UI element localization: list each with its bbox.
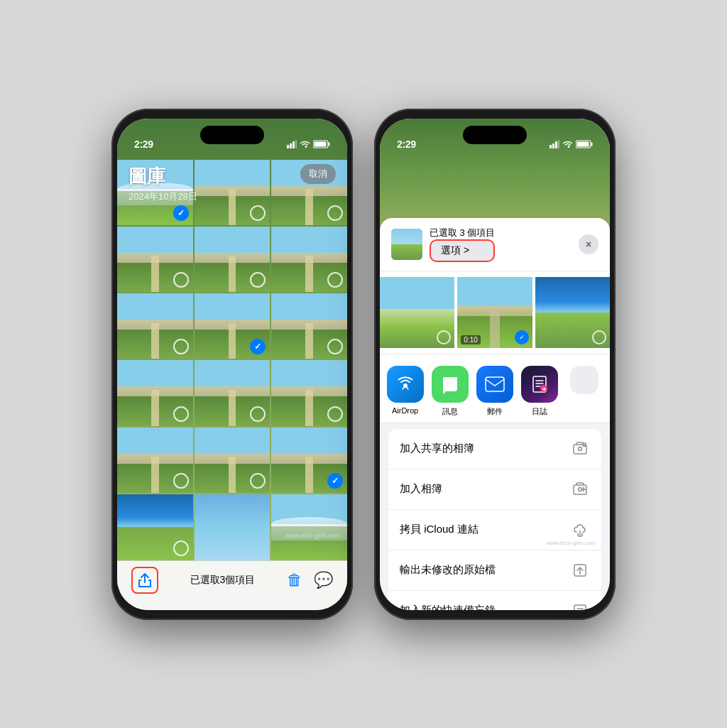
app-item-messages[interactable]: 訊息 [427, 366, 472, 417]
uncheck-badge-7 [173, 339, 189, 354]
share-header: 已選取 3 個項目 選項 > × [380, 218, 610, 271]
strip-duration-2: 0:10 [461, 335, 480, 344]
svg-rect-0 [287, 145, 289, 148]
delete-button[interactable]: 🗑 [287, 571, 302, 590]
strip-photo-2[interactable]: ✓ 0:10 [457, 277, 532, 348]
grid-cell-5[interactable] [195, 227, 270, 292]
notes-icon: ✦ [521, 366, 558, 403]
photos-title: 圖庫 [129, 164, 197, 189]
scene: 2:29 圖庫 2024年10月28日 取消 ✓ [0, 0, 727, 728]
grid-cell-14[interactable] [195, 428, 270, 493]
more-button[interactable]: 💬 [314, 571, 333, 590]
signal-icon [287, 140, 297, 148]
airdrop-wifi-icon [395, 374, 415, 394]
share-list: 加入共享的相簿 [388, 429, 601, 610]
photos-strip: ✓ 0:10 [380, 271, 610, 354]
app-item-airdrop[interactable]: AirDrop [383, 366, 427, 417]
grid-cell-11[interactable] [195, 360, 270, 425]
uncheck-badge-13 [173, 473, 189, 489]
add-album-svg-icon [572, 482, 588, 497]
uncheck-badge-11 [250, 406, 266, 422]
add-album-icon [570, 479, 590, 499]
share-item-shared-album[interactable]: 加入共享的相簿 [388, 429, 601, 469]
svg-rect-2 [293, 141, 295, 148]
svg-rect-9 [555, 141, 557, 148]
svg-rect-12 [591, 142, 593, 146]
shared-album-text: 加入共享的相簿 [400, 442, 474, 455]
app-item-more[interactable] [562, 366, 607, 417]
svg-text:✦: ✦ [542, 386, 547, 393]
grid-cell-10[interactable] [117, 360, 193, 425]
share-item-icloud-link[interactable]: 拷貝 iCloud 連結 [388, 510, 601, 550]
share-header-text: 已選取 3 個項目 選項 > [430, 227, 495, 262]
grid-cell-13[interactable] [117, 428, 193, 493]
grid-cell-9[interactable] [271, 293, 347, 359]
photo-grid: ✓ [117, 160, 347, 560]
strip-uncheck-1 [437, 330, 451, 344]
strip-uncheck-3 [592, 330, 606, 344]
shared-album-icon [570, 439, 590, 459]
notes-label: 日誌 [532, 406, 547, 417]
options-button[interactable]: 選項 > [430, 239, 495, 262]
svg-rect-5 [329, 142, 330, 146]
check-badge-8: ✓ [250, 339, 266, 354]
grid-cell-8[interactable]: ✓ [195, 293, 270, 359]
grid-cell-12[interactable] [271, 360, 347, 425]
mail-label: 郵件 [487, 406, 503, 417]
uncheck-badge-9 [327, 339, 343, 354]
grid-cell-4[interactable] [117, 227, 193, 292]
icloud-link-text: 拷貝 iCloud 連結 [400, 523, 479, 536]
grid-cell-7[interactable] [117, 293, 193, 359]
grid-cell-6[interactable] [271, 227, 347, 292]
grid-cell-18[interactable] [271, 494, 347, 560]
icloud-link-svg-icon [572, 522, 588, 538]
photos-header: 圖庫 2024年10月28日 取消 [117, 158, 347, 206]
share-item-export-original[interactable]: 輸出未修改的原始檔 [388, 550, 601, 591]
export-original-text: 輸出未修改的原始檔 [400, 563, 496, 577]
svg-rect-1 [290, 143, 292, 148]
signal-icon-2 [550, 140, 559, 148]
grid-cell-16[interactable] [117, 494, 193, 560]
phone-2-screen: 2:29 已選取 3 個項目 [380, 119, 610, 610]
airdrop-label: AirDrop [392, 406, 418, 415]
selected-text-1: 已選取3個項目 [190, 574, 256, 587]
svg-rect-15 [486, 377, 504, 391]
check-badge-1: ✓ [173, 205, 189, 221]
share-icon [138, 573, 151, 587]
svg-rect-3 [295, 140, 297, 148]
grid-cell-15[interactable]: ✓ [271, 428, 347, 493]
svg-rect-8 [552, 143, 554, 148]
strip-photo-1[interactable] [380, 277, 454, 348]
share-item-add-album[interactable]: 加入相簿 [388, 469, 601, 510]
share-button[interactable] [131, 567, 158, 594]
add-album-text: 加入相簿 [400, 482, 442, 496]
apps-row: AirDrop 訊息 [380, 354, 610, 423]
svg-rect-13 [577, 141, 589, 146]
uncheck-badge-14 [250, 473, 266, 489]
mail-icon [476, 366, 513, 403]
quick-note-svg-icon [572, 603, 588, 610]
uncheck-badge-2 [250, 205, 266, 221]
svg-rect-10 [558, 140, 559, 148]
share-item-quick-note[interactable]: 加入新的快速備忘錄 [388, 591, 601, 610]
app-item-mail[interactable]: 郵件 [472, 366, 517, 417]
battery-icon [313, 140, 330, 148]
photos-date: 2024年10月28日 [129, 190, 197, 203]
svg-rect-28 [574, 605, 586, 610]
notes-book-icon: ✦ [530, 375, 549, 393]
watermark-1: www.tech-girls.com [285, 532, 340, 539]
uncheck-badge-10 [173, 406, 189, 422]
close-button[interactable]: × [579, 234, 598, 254]
quick-note-text: 加入新的快速備忘錄 [400, 604, 496, 610]
phone-2: 2:29 已選取 3 個項目 [374, 109, 616, 620]
messages-icon [432, 366, 469, 403]
app-item-notes[interactable]: ✦ 日誌 [518, 366, 562, 417]
strip-photo-3[interactable] [535, 277, 610, 348]
uncheck-badge-12 [327, 406, 343, 422]
svg-rect-7 [550, 145, 552, 148]
status-icons-2 [550, 140, 593, 148]
check-badge-15: ✓ [327, 473, 343, 489]
cancel-button[interactable]: 取消 [300, 164, 336, 184]
messages-label: 訊息 [442, 406, 458, 417]
grid-cell-17[interactable] [195, 494, 270, 560]
